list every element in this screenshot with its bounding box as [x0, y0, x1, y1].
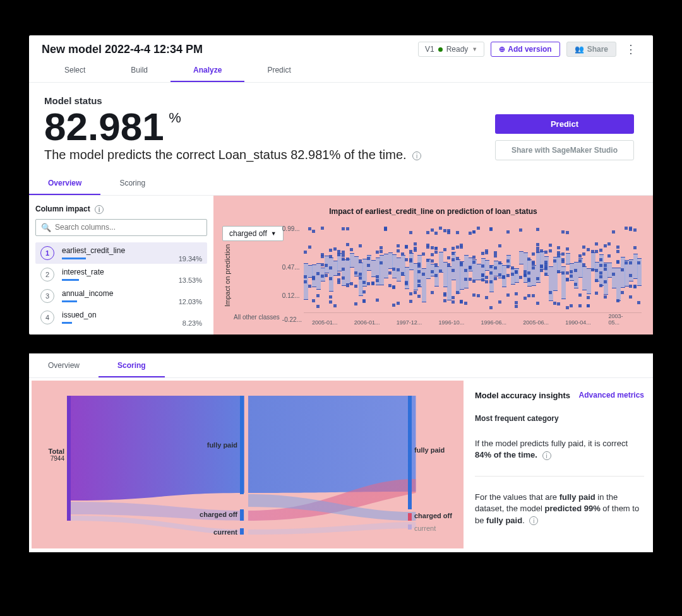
other-classes-label: All other classes [234, 314, 280, 326]
column-impact-heading: Column impact [35, 204, 90, 213]
y-axis-label: Impact on prediction [222, 225, 232, 326]
model-status-block: Model status 82.981 % The model predicts… [29, 83, 653, 162]
model-panel: New model 2022-4-4 12:34 PM V1 Ready ▼ ⊕… [29, 35, 653, 335]
accuracy-value: 82.981 [44, 107, 164, 146]
insights-panel: Model accuracy insights Advanced metrics… [464, 378, 653, 552]
status-label: Ready [446, 45, 469, 54]
impact-scatter-plot: 0.99... 0.47... 0.12... -0.22... 2005-01… [282, 225, 644, 326]
class-selector-label: charged off [229, 229, 267, 238]
impact-chart-pane: Impact of earliest_credit_line on predic… [213, 196, 653, 335]
impact-row[interactable]: 4 issued_on 8.23% [35, 307, 207, 328]
sankey-right-current: current [414, 524, 452, 532]
sankey-chart: Total 7944 fully paid charged off curren… [32, 381, 464, 548]
impact-column-name: annual_income [62, 289, 202, 298]
rank-badge: 4 [40, 311, 54, 324]
insight-text-1: If the model predicts fully paid, it is … [475, 438, 644, 461]
add-version-label: Add version [508, 45, 551, 54]
y-tick: 0.12... [282, 292, 300, 299]
accuracy-unit: % [169, 110, 181, 126]
sankey-right-chargedoff: charged off [414, 512, 458, 519]
version-label: V1 [425, 45, 434, 54]
share-label: Share [587, 45, 608, 54]
x-tick: 1997-12... [397, 319, 422, 326]
insights-heading: Model accuracy insights [475, 391, 570, 400]
main-tabs: Select Build Analyze Predict [29, 61, 653, 83]
rank-badge: 2 [40, 268, 54, 281]
plus-circle-icon: ⊕ [499, 45, 505, 54]
scoring-subtabs: Overview Scoring [29, 353, 653, 378]
y-tick: 0.99... [282, 225, 300, 232]
subtab-overview[interactable]: Overview [29, 174, 100, 195]
version-selector[interactable]: V1 Ready ▼ [418, 42, 484, 57]
sankey-node-current-mid [240, 528, 244, 535]
sankey-total-value: 7944 [32, 455, 64, 462]
y-tick: -0.22... [282, 316, 302, 323]
share-studio-button[interactable]: Share with SageMaker Studio [495, 140, 634, 160]
chart-title: Impact of earliest_credit_line on predic… [222, 207, 644, 216]
sankey-node-total [67, 396, 71, 521]
sankey-node-current-right [408, 524, 412, 530]
impact-percent: 19.34% [179, 255, 202, 263]
tab-select[interactable]: Select [42, 61, 108, 82]
sankey-svg [32, 381, 464, 548]
search-icon: 🔍 [41, 223, 51, 232]
scoring-panel: Overview Scoring [29, 353, 653, 552]
tab-predict[interactable]: Predict [244, 61, 313, 82]
x-tick: 1990-04... [565, 319, 591, 326]
rank-badge: 1 [40, 246, 54, 260]
search-columns-input[interactable]: 🔍 [35, 219, 207, 236]
status-dot-icon [438, 47, 443, 52]
x-tick: 1996-10... [439, 319, 465, 326]
impact-percent: 8.23% [182, 319, 202, 327]
impact-column-name: issued_on [62, 311, 202, 319]
sankey-mid-fullypaid: fully paid [192, 441, 237, 449]
accuracy-description: The model predicts the correct Loan_stat… [44, 148, 407, 162]
sankey-mid-current: current [203, 528, 237, 536]
share-button-disabled: 👥 Share [566, 42, 616, 57]
analyze-body: Column impact i 🔍 1 earliest_credit_line… [29, 196, 653, 335]
info-icon[interactable]: i [542, 451, 551, 460]
info-icon[interactable]: i [412, 151, 421, 160]
impact-column-name: interest_rate [62, 268, 202, 276]
info-icon[interactable]: i [529, 516, 538, 525]
impact-percent: 13.53% [179, 276, 202, 284]
y-tick: 0.47... [282, 264, 300, 271]
sankey-node-fullypaid-right [408, 396, 412, 509]
search-columns-field[interactable] [55, 223, 201, 232]
tab-analyze[interactable]: Analyze [170, 61, 244, 82]
header: New model 2022-4-4 12:34 PM V1 Ready ▼ ⊕… [29, 35, 653, 61]
chevron-down-icon: ▼ [472, 46, 477, 52]
add-version-button[interactable]: ⊕ Add version [491, 42, 559, 57]
sankey-total-label: Total [49, 447, 64, 455]
impact-bar [62, 258, 86, 259]
predict-button[interactable]: Predict [495, 114, 634, 134]
insight-text-2: For the values that are fully paid in th… [475, 492, 644, 526]
impact-bar [62, 300, 77, 302]
chevron-down-icon: ▼ [271, 230, 277, 237]
subtab-scoring-2[interactable]: Scoring [99, 356, 165, 377]
impact-percent: 12.03% [179, 298, 202, 305]
subtab-scoring[interactable]: Scoring [100, 174, 164, 195]
info-icon[interactable]: i [95, 205, 104, 214]
advanced-metrics-link[interactable]: Advanced metrics [579, 391, 644, 400]
sankey-right-fullypaid: fully paid [414, 446, 452, 454]
x-tick: 2005-06... [523, 319, 549, 326]
impact-row[interactable]: 2 interest_rate 13.53% [35, 264, 207, 285]
people-icon: 👥 [575, 45, 584, 54]
page-title: New model 2022-4-4 12:34 PM [42, 43, 413, 56]
sankey-node-chargedoff-mid [240, 509, 244, 521]
insights-subheading: Most frequent category [475, 414, 644, 423]
x-tick: 2006-01... [354, 319, 380, 326]
x-tick: 2003-05... [609, 313, 633, 326]
sankey-mid-chargedoff: charged off [188, 511, 237, 518]
sankey-node-chargedoff-right [408, 513, 412, 521]
rank-badge: 3 [40, 289, 54, 303]
impact-row[interactable]: 1 earliest_credit_line 19.34% [35, 242, 207, 264]
overflow-menu-button[interactable]: ⋮ [625, 45, 637, 53]
tab-build[interactable]: Build [108, 61, 170, 82]
subtab-overview-2[interactable]: Overview [29, 356, 99, 377]
x-tick: 2005-01... [312, 319, 338, 326]
impact-column-name: earliest_credit_line [62, 246, 202, 255]
impact-bar [62, 322, 72, 324]
impact-row[interactable]: 3 annual_income 12.03% [35, 285, 207, 307]
